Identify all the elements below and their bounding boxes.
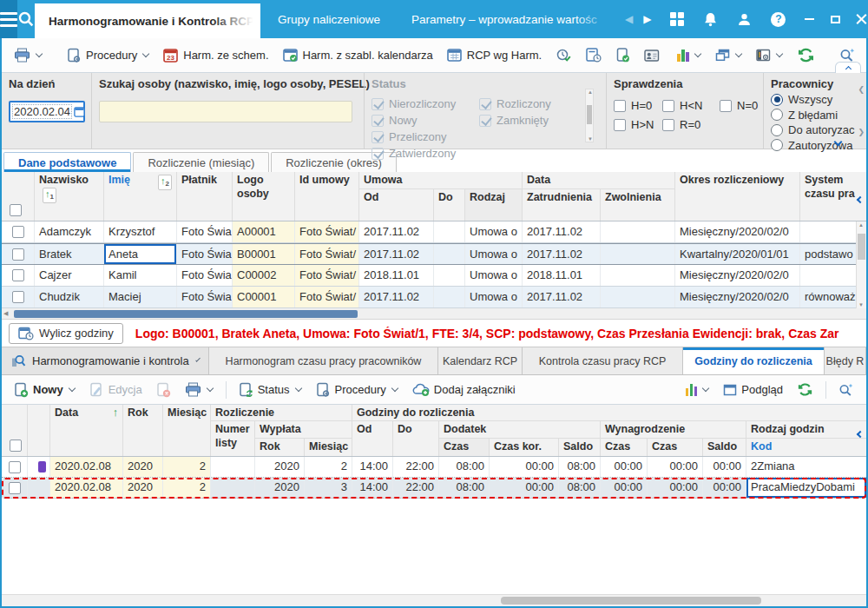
tab-grupy-naliczeniowe[interactable]: Grupy naliczeniowe <box>260 0 398 38</box>
cell-numer-listy[interactable] <box>211 457 255 477</box>
help-icon[interactable]: ? <box>771 12 786 27</box>
podglad-button[interactable]: Podgląd <box>718 380 788 400</box>
colgroup-rodzaj-godzin[interactable]: Rodzaj godzin <box>746 421 866 439</box>
cell-wyplata-miesiac[interactable]: 3 <box>305 478 352 498</box>
procedury-button-2[interactable]: Procedury <box>311 379 404 401</box>
row-checkbox[interactable] <box>9 482 21 494</box>
chart-button-2[interactable] <box>681 380 715 400</box>
col-umowa-do[interactable]: Do <box>434 189 465 221</box>
cell-dodatek-czas-kor[interactable]: 00:00 <box>490 457 559 477</box>
collapse-toolbar-button[interactable] <box>835 62 861 73</box>
tab-parametry[interactable]: Parametry – wprowadzanie wartośc <box>398 0 616 38</box>
col-rodzaj[interactable]: Rodzaj <box>465 189 523 221</box>
tab-bledy-rcp[interactable]: Błędy R <box>824 347 866 374</box>
global-search-button[interactable] <box>17 0 35 38</box>
cell-data[interactable]: 2020.02.08 <box>50 478 123 498</box>
cell-wyplata-miesiac[interactable]: 2 <box>305 457 352 477</box>
colgroup-wyplata[interactable]: Wypłata <box>255 421 352 439</box>
cell-id-umowy[interactable]: Foto Świat/ <box>295 221 359 242</box>
status-scrollbar[interactable]: ▲▼ <box>585 89 594 142</box>
cell-nazwisko[interactable]: Chudzik <box>35 287 104 307</box>
na-dzien-input[interactable]: 2020.02.04 <box>9 101 85 122</box>
cell-zatrudnienia[interactable]: 2017.11.02 <box>523 287 601 307</box>
cell-rodzaj[interactable]: Umowa o <box>465 244 523 264</box>
checkbox-icon[interactable] <box>614 100 626 112</box>
col-wyn-czas-kor[interactable]: Czas kor. <box>648 439 703 456</box>
expand-filters-button[interactable] <box>833 135 842 148</box>
menu-button[interactable] <box>0 0 17 38</box>
harm-ze-schem-button[interactable]: 23 Harm. ze schem. <box>158 44 273 66</box>
col-id-umowy[interactable]: Id umowy <box>295 172 359 221</box>
refresh-button-2[interactable] <box>792 379 819 400</box>
cell-imie[interactable]: Maciej <box>104 287 177 307</box>
delete-button[interactable] <box>151 379 176 401</box>
cell-umowa-do[interactable] <box>434 265 465 286</box>
checkbox-icon[interactable] <box>662 100 674 112</box>
window-hscrollbar[interactable] <box>2 594 866 606</box>
row-checkbox[interactable] <box>12 248 24 261</box>
row-checkbox[interactable] <box>9 461 21 473</box>
cell-nazwisko[interactable]: Cajzer <box>35 265 104 286</box>
chart-button[interactable] <box>672 46 707 65</box>
tab-kontrola-czasu-pracy[interactable]: Kontrola czasu pracy RCP <box>522 347 682 374</box>
radio-icon[interactable] <box>771 139 783 151</box>
col-okres-rozliczeniowy[interactable]: Okres rozliczeniowy <box>675 172 800 221</box>
cell-umowa-od[interactable]: 2018.11.01 <box>359 265 434 286</box>
tab-godziny-do-rozliczenia[interactable]: Godziny do rozliczenia <box>682 347 824 374</box>
user-icon[interactable] <box>737 12 752 27</box>
cell-logo[interactable]: C00001 <box>233 287 295 307</box>
collapse-panel-icon[interactable] <box>856 192 864 205</box>
cell-wyn-saldo[interactable]: 00:00 <box>703 457 746 477</box>
cell-imie[interactable]: Krzysztof <box>104 221 177 242</box>
employee-row[interactable]: Chudzik Maciej Foto Świa C00001 Foto Świ… <box>2 287 866 308</box>
cell-dodatek-saldo[interactable]: 08:00 <box>559 478 601 498</box>
procedury-button[interactable]: Procedury <box>62 44 155 67</box>
col-miesiac[interactable]: Miesiąc <box>163 405 211 456</box>
tab-rozliczenie-miesiac[interactable]: Rozliczenie (miesiąc) <box>133 152 269 172</box>
dodaj-zalaczniki-button[interactable]: Dodaj załączniki <box>407 379 521 400</box>
print-button-2[interactable] <box>180 379 219 400</box>
edycja-button[interactable]: Edycja <box>84 379 148 401</box>
cell-imie[interactable]: Kamil <box>104 265 177 286</box>
col-imie[interactable]: Imię↑2 <box>104 172 177 221</box>
cell-imie[interactable]: Aneta <box>104 244 177 264</box>
checkbox-checked-icon[interactable] <box>372 98 384 110</box>
checkbox-checked-icon[interactable] <box>479 115 491 127</box>
radio-icon[interactable] <box>771 109 783 121</box>
cell-od[interactable]: 14:00 <box>352 478 393 498</box>
colgroup-godziny[interactable]: Godziny do rozliczenia <box>352 405 866 421</box>
cell-kod[interactable]: 2Zmiana <box>746 457 866 477</box>
sort-asc-icon[interactable]: ↑1 <box>43 188 56 203</box>
cell-logo[interactable]: C00002 <box>233 265 295 286</box>
checkbox-checked-icon[interactable] <box>372 131 384 143</box>
cell-logo[interactable]: A00001 <box>233 221 295 242</box>
colgroup-rozliczenie[interactable]: Rozliczenie <box>211 405 352 421</box>
cell-umowa-od[interactable]: 2017.11.02 <box>359 287 434 307</box>
cell-zwolnienia[interactable] <box>601 287 675 307</box>
nowy-button[interactable]: Nowy <box>9 379 81 401</box>
col-rok[interactable]: Rok <box>123 405 163 456</box>
cell-okres[interactable]: Miesięczny/2020/02/0 <box>675 265 800 286</box>
cell-dodatek-saldo[interactable]: 08:00 <box>559 457 601 477</box>
cell-umowa-do[interactable] <box>434 221 465 242</box>
radio-selected-icon[interactable] <box>771 94 783 106</box>
checkbox-checked-icon[interactable] <box>479 98 491 110</box>
sort-asc-icon[interactable]: ↑ <box>113 406 118 420</box>
tab-dane-podstawowe[interactable]: Dane podstawowe <box>3 152 131 172</box>
clock-check-button[interactable] <box>550 44 577 66</box>
calendar-picker-icon[interactable] <box>74 106 85 117</box>
calc-clock-button[interactable] <box>581 44 607 66</box>
layout-button[interactable] <box>710 45 747 65</box>
szukaj-input[interactable] <box>99 101 352 122</box>
cell-wyn-czas[interactable]: 00:00 <box>601 457 648 477</box>
tab-harmonogram-czasu-pracy[interactable]: Harmonogram czasu pracy pracowników <box>208 347 437 374</box>
zoom-button-2[interactable] <box>833 380 859 400</box>
cell-zwolnienia[interactable] <box>601 244 675 264</box>
col-logo-osoby[interactable]: Logo osoby <box>233 172 295 221</box>
cell-umowa-od[interactable]: 2017.11.02 <box>359 221 434 242</box>
cell-dodatek-czas-kor[interactable]: 00:00 <box>490 478 559 498</box>
cell-miesiac[interactable]: 2 <box>163 478 211 498</box>
col-platnik[interactable]: Płatnik <box>177 172 233 221</box>
cell-dodatek-czas[interactable]: 08:00 <box>439 478 490 498</box>
cell-wyn-czas[interactable]: 00:00 <box>601 478 648 498</box>
